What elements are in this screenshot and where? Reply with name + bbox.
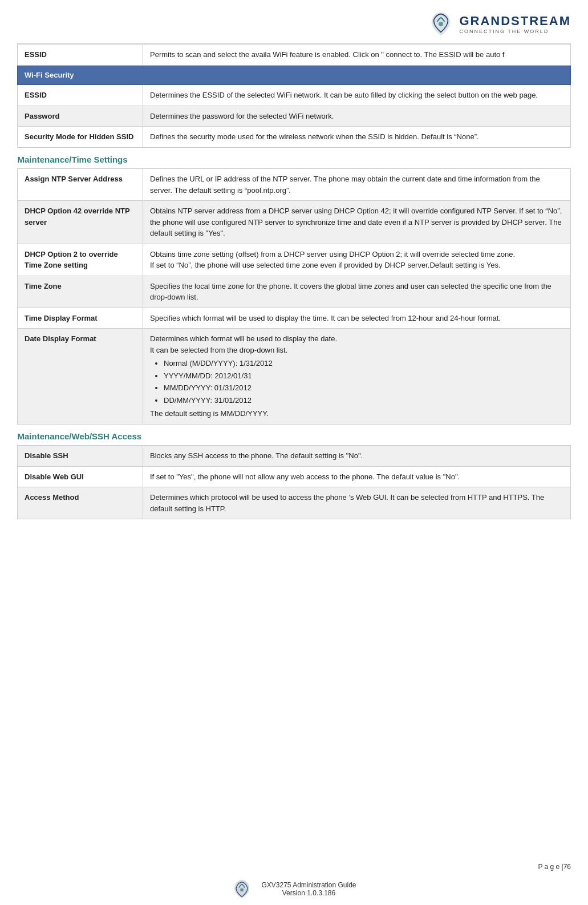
logo-text-area: GRANDSTREAM CONNECTING THE WORLD bbox=[459, 14, 571, 34]
maintenance-time-heading: Maintenance/Time Settings bbox=[18, 148, 128, 168]
date-display-sub: It can be selected from the drop-down li… bbox=[150, 346, 287, 354]
table-row-essid-top: ESSID Permits to scan and select the ava… bbox=[18, 45, 571, 66]
list-item: Normal (M/DD/YYYY): 1/31/2012 bbox=[164, 358, 563, 369]
wifi-essid-label: ESSID bbox=[18, 85, 143, 106]
date-format-list: Normal (M/DD/YYYY): 1/31/2012 YYYY/MM/DD… bbox=[164, 358, 563, 406]
security-mode-desc: Defines the security mode used for the w… bbox=[143, 127, 571, 148]
table-row-disable-webgui: Disable Web GUI If set to "Yes", the pho… bbox=[18, 466, 571, 487]
table-row-timezone: Time Zone Specifies the local time zone … bbox=[18, 276, 571, 308]
list-item: YYYY/MM/DD: 2012/01/31 bbox=[164, 370, 563, 382]
list-item: MM/DD/YYYY: 01/31/2012 bbox=[164, 382, 563, 394]
timezone-desc: Specifies the local time zone for the ph… bbox=[143, 276, 571, 308]
timezone-label: Time Zone bbox=[18, 276, 143, 308]
table-row-security-mode: Security Mode for Hidden SSID Defines th… bbox=[18, 127, 571, 148]
list-item: DD/MM/YYYY: 31/01/2012 bbox=[164, 395, 563, 406]
access-method-desc: Determines which protocol will be used t… bbox=[143, 487, 571, 519]
password-label: Password bbox=[18, 106, 143, 127]
table-row-dhcp2: DHCP Option 2 to override Time Zone sett… bbox=[18, 244, 571, 276]
essid-top-label: ESSID bbox=[18, 45, 143, 66]
security-mode-label: Security Mode for Hidden SSID bbox=[18, 127, 143, 148]
table-row-disable-ssh: Disable SSH Blocks any SSH access to the… bbox=[18, 446, 571, 467]
table-row-access-method: Access Method Determines which protocol … bbox=[18, 487, 571, 519]
brand-tagline: CONNECTING THE WORLD bbox=[459, 29, 549, 34]
essid-top-desc: Permits to scan and select the availa Wi… bbox=[143, 45, 571, 66]
doc-version: Version 1.0.3.186 bbox=[261, 889, 356, 897]
disable-ssh-label: Disable SSH bbox=[18, 446, 143, 467]
disable-webgui-label: Disable Web GUI bbox=[18, 466, 143, 487]
brand-name: GRANDSTREAM bbox=[459, 14, 571, 29]
date-display-main: Determines which format will be used to … bbox=[150, 334, 337, 343]
page-number: P a g e |76 bbox=[538, 863, 571, 871]
logo-area: GRANDSTREAM CONNECTING THE WORLD bbox=[427, 10, 571, 38]
footer-logo-icon bbox=[232, 879, 252, 899]
footer-text: GXV3275 Administration Guide Version 1.0… bbox=[261, 881, 356, 897]
maintenance-time-heading-row: Maintenance/Time Settings bbox=[18, 147, 571, 169]
table-row-date-display: Date Display Format Determines which for… bbox=[18, 329, 571, 425]
page-footer: GXV3275 Administration Guide Version 1.0… bbox=[0, 879, 588, 899]
date-display-footer: The default setting is MM/DD/YYYY. bbox=[150, 409, 269, 418]
page-header: GRANDSTREAM CONNECTING THE WORLD bbox=[17, 6, 571, 44]
ntp-desc: Defines the URL or IP address of the NTP… bbox=[143, 169, 571, 201]
svg-point-1 bbox=[439, 22, 443, 26]
password-desc: Determines the password for the selected… bbox=[143, 106, 571, 127]
ntp-label: Assign NTP Server Address bbox=[18, 169, 143, 201]
table-row-time-display: Time Display Format Specifies which form… bbox=[18, 308, 571, 329]
table-row-wifi-essid: ESSID Determines the ESSID of the select… bbox=[18, 85, 571, 106]
wifi-security-header-row: Wi-Fi Security bbox=[18, 65, 571, 85]
table-row-password: Password Determines the password for the… bbox=[18, 106, 571, 127]
date-display-label: Date Display Format bbox=[18, 329, 143, 425]
wifi-essid-desc: Determines the ESSID of the selected WiF… bbox=[143, 85, 571, 106]
table-row-ntp: Assign NTP Server Address Defines the UR… bbox=[18, 169, 571, 201]
date-display-desc: Determines which format will be used to … bbox=[143, 329, 571, 425]
dhcp42-desc: Obtains NTP server address from a DHCP s… bbox=[143, 201, 571, 244]
access-method-label: Access Method bbox=[18, 487, 143, 519]
table-row-dhcp42: DHCP Option 42 override NTP server Obtai… bbox=[18, 201, 571, 244]
doc-title: GXV3275 Administration Guide bbox=[261, 881, 356, 889]
maintenance-web-heading-row: Maintenance/Web/SSH Access bbox=[18, 424, 571, 446]
main-content-table: ESSID Permits to scan and select the ava… bbox=[17, 44, 571, 519]
dhcp2-label: DHCP Option 2 to override Time Zone sett… bbox=[18, 244, 143, 276]
grandstream-logo-icon bbox=[427, 10, 455, 38]
svg-point-2 bbox=[241, 888, 244, 892]
dhcp42-label: DHCP Option 42 override NTP server bbox=[18, 201, 143, 244]
time-display-desc: Specifies which format will be used to d… bbox=[143, 308, 571, 329]
wifi-security-heading: Wi-Fi Security bbox=[18, 65, 571, 85]
maintenance-web-heading: Maintenance/Web/SSH Access bbox=[18, 425, 142, 445]
time-display-label: Time Display Format bbox=[18, 308, 143, 329]
disable-webgui-desc: If set to "Yes", the phone will not allo… bbox=[143, 466, 571, 487]
disable-ssh-desc: Blocks any SSH access to the phone. The … bbox=[143, 446, 571, 467]
dhcp2-desc: Obtains time zone setting (offset) from … bbox=[143, 244, 571, 276]
